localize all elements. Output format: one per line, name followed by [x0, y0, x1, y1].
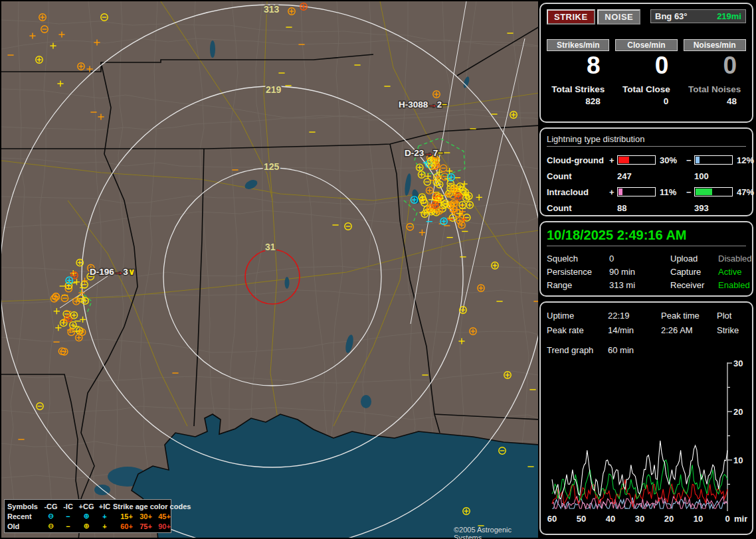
peak-time-label: Peak time: [661, 311, 717, 321]
bearing-display: Bng 63° 219mi: [650, 9, 746, 23]
cg-pos-pct: 30%: [657, 155, 686, 165]
minus-icon: −: [60, 522, 76, 530]
plus-sign: +: [609, 187, 617, 197]
distribution-section: Lightning type distribution Cloud-ground…: [539, 127, 753, 216]
ic-pos-bar: [617, 187, 656, 196]
total-strikes-value: 828: [547, 96, 610, 106]
range-label: Range: [547, 280, 609, 290]
persistence-label: Persistence: [547, 267, 609, 277]
ic-pos-pct: 11%: [657, 187, 686, 197]
legend-recent-label: Recent: [7, 512, 42, 520]
close-per-min-value: 0: [615, 51, 678, 80]
legend-col-cg-neg: -CG: [42, 502, 60, 510]
strike-symbols-legend: Symbols -CG -IC +CG +IC Strike age color…: [4, 499, 171, 533]
circle-plus-icon: ⊕: [76, 522, 96, 530]
range-value: 313 mi: [609, 280, 670, 290]
circle-minus-icon: ⊖: [42, 522, 60, 530]
trend-graph-period: 60 min: [608, 345, 661, 355]
rates-section: STRIKE NOISE Bng 63° 219mi Strikes/min 8…: [539, 3, 753, 123]
age-code-75: 75+: [136, 522, 155, 530]
circle-plus-icon: ⊕: [76, 512, 96, 520]
peak-rate-label: Peak rate: [547, 325, 608, 335]
capture-status: Active: [718, 267, 746, 277]
status-row: Squelch 0 Upload Disabled: [547, 252, 746, 265]
noises-column: Noises/min 0 Total Noises 48: [683, 39, 746, 106]
peak-rate-value: 14/min: [608, 325, 661, 335]
trend-x-tick-label: 60: [547, 514, 557, 524]
trend-x-tick-label: 0: [725, 514, 729, 524]
cg-pos-count: 247: [617, 171, 657, 181]
distribution-title: Lightning type distribution: [547, 134, 746, 147]
map-canvas: 31321912531 H-3088→2−D-23→7−D-196→3∨: [1, 1, 538, 538]
noises-per-min-chip[interactable]: Noises/min: [684, 39, 746, 51]
status-panel: STRIKE NOISE Bng 63° 219mi Strikes/min 8…: [539, 3, 753, 539]
noise-mode-button[interactable]: NOISE: [597, 9, 640, 25]
trend-graph-label: Trend graph: [547, 345, 608, 355]
cg-neg-bar: [694, 155, 733, 165]
minus-sign: −: [686, 155, 694, 165]
noises-per-min-value: 0: [683, 51, 746, 80]
upload-label: Upload: [670, 254, 718, 264]
upload-status: Disabled: [718, 254, 752, 264]
peak-rate-row: Peak rate 14/min 2:26 AM Strike: [547, 323, 746, 337]
intracloud-label: Intracloud: [547, 187, 609, 197]
ic-neg-bar: [694, 187, 733, 196]
ring-distance-label: 125: [264, 161, 280, 172]
total-close-label: Total Close: [615, 84, 678, 94]
legend-old-label: Old: [7, 522, 42, 530]
capture-label: Capture: [670, 267, 718, 277]
total-noises-label: Total Noises: [683, 84, 746, 94]
ring-distance-label: 31: [265, 242, 276, 252]
ic-neg-pct: 47%: [734, 187, 756, 197]
trend-graph-row: Trend graph 60 min: [547, 343, 746, 357]
plot-label: Plot: [717, 311, 746, 321]
ring-distance-label: 313: [264, 4, 280, 15]
legend-col-cg-pos: +CG: [76, 502, 96, 510]
uptime-label: Uptime: [547, 311, 608, 321]
age-code-15: 15+: [117, 512, 136, 520]
minus-sign: −: [686, 187, 694, 197]
strikes-per-min-value: 8: [547, 51, 610, 80]
legend-col-ic-neg: -IC: [60, 502, 76, 510]
storm-cell-label: D-23→7−: [405, 148, 443, 158]
status-row: Persistence 90 min Capture Active: [547, 265, 746, 278]
minus-icon: −: [60, 512, 76, 520]
strike-mode-button[interactable]: STRIKE: [547, 9, 595, 25]
cg-neg-pct: 12%: [734, 155, 756, 165]
plot-mode-value: Strike: [717, 325, 746, 335]
trend-y-tick-label: 10: [733, 455, 743, 465]
ring-distance-label: 219: [266, 84, 282, 95]
lightning-map[interactable]: 31321912531 H-3088→2−D-23→7−D-196→3∨ Sym…: [1, 1, 538, 538]
squelch-value: 0: [609, 254, 670, 264]
total-noises-value: 48: [683, 96, 746, 106]
legend-title: Symbols: [7, 502, 42, 510]
cloud-ground-label: Cloud-ground: [547, 155, 609, 165]
copyright-text: ©2005 Astrogenic Systems: [454, 526, 538, 539]
close-per-min-chip[interactable]: Close/min: [615, 39, 678, 51]
status-section: 10/18/2025 2:49:16 AM Squelch 0 Upload D…: [539, 221, 753, 297]
age-code-90: 90+: [155, 522, 173, 530]
cg-pos-bar: [617, 155, 656, 165]
age-code-60: 60+: [117, 522, 136, 530]
plus-sign: +: [609, 155, 617, 165]
plus-icon: +: [96, 522, 113, 530]
strikes-per-min-chip[interactable]: Strikes/min: [547, 39, 609, 51]
peak-time-value: 2:26 AM: [661, 325, 717, 335]
trend-chart-canvas: 1020306050403020100min: [547, 360, 747, 527]
circle-minus-icon: ⊖: [42, 512, 60, 520]
trend-x-tick-label: 20: [664, 514, 674, 524]
ic-neg-count: 393: [694, 203, 734, 213]
total-strikes-label: Total Strikes: [547, 84, 610, 94]
bearing-label: Bng 63°: [655, 11, 688, 21]
receiver-status: Enabled: [718, 280, 750, 290]
count-label: Count: [547, 171, 609, 181]
trend-y-tick-label: 20: [733, 407, 743, 417]
trend-section: Uptime 22:19 Peak time Plot Peak rate 14…: [539, 301, 753, 535]
datetime-display: 10/18/2025 2:49:16 AM: [547, 228, 746, 246]
trend-x-unit: min: [734, 514, 747, 524]
storm-cell-label: D-196→3∨: [90, 267, 136, 277]
legend-header-row: Symbols -CG -IC +CG +IC Strike age color…: [7, 501, 168, 511]
cloud-ground-row: Cloud-ground + 30% − 12%: [547, 152, 746, 168]
squelch-label: Squelch: [547, 254, 609, 264]
status-row: Range 313 mi Receiver Enabled: [547, 278, 746, 291]
